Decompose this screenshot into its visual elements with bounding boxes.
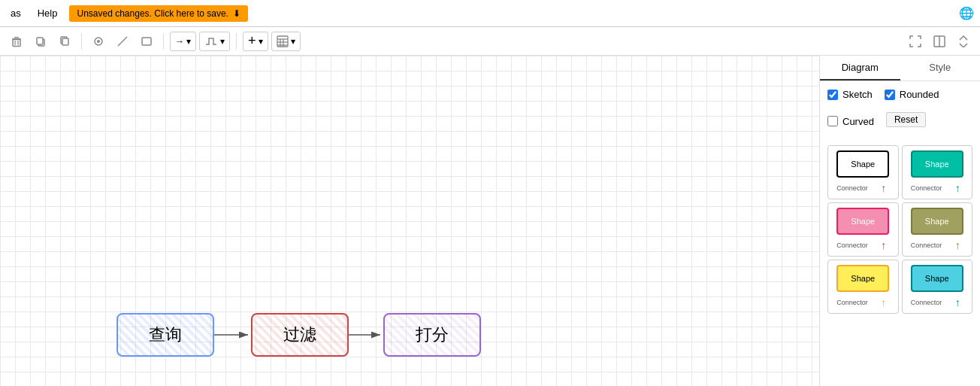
- svg-point-10: [97, 40, 100, 43]
- delete-button[interactable]: [6, 31, 27, 52]
- style-card-yellow[interactable]: Shape Connector ↑: [827, 260, 899, 314]
- connector-arrow-teal: ↑: [955, 182, 960, 194]
- sketch-checkbox-row[interactable]: Sketch: [827, 89, 873, 100]
- add-chevron: ▾: [259, 36, 263, 47]
- connector-label-pink: Connector: [836, 242, 868, 249]
- node-score[interactable]: 打分: [383, 313, 481, 357]
- style-shape-default: Shape: [836, 150, 889, 178]
- sketch-label: Sketch: [842, 89, 873, 100]
- style-shape-olive: Shape: [911, 208, 963, 235]
- separator-2: [163, 33, 164, 50]
- shape-label-teal: Shape: [925, 160, 949, 169]
- unsaved-text: Unsaved changes. Click here to save.: [77, 8, 228, 19]
- svg-rect-6: [37, 38, 43, 44]
- connector-default: Connector ↑: [836, 181, 889, 196]
- style-card-teal[interactable]: Shape Connector ↑: [902, 145, 973, 199]
- connector-arrow-pink: ↑: [881, 239, 886, 251]
- top-bar: as Help Unsaved changes. Click here to s…: [0, 0, 980, 27]
- curved-checkbox[interactable]: [827, 116, 838, 126]
- shape-label-olive: Shape: [925, 217, 949, 226]
- connector-arrow-olive: ↑: [955, 239, 960, 251]
- arrow-dropdown[interactable]: → ▾: [170, 32, 196, 51]
- node-filter[interactable]: 过滤: [251, 313, 349, 357]
- reset-button[interactable]: Reset: [886, 112, 926, 127]
- main-area: 查询 过滤 打分 Diagram Style Sketch R: [0, 56, 980, 386]
- right-panel: Diagram Style Sketch Rounded Curved: [819, 56, 980, 386]
- style-shape-teal: Shape: [911, 150, 963, 178]
- paste-button[interactable]: [54, 31, 75, 52]
- fullscreen-button[interactable]: [905, 31, 926, 52]
- globe-icon[interactable]: 🌐: [959, 6, 974, 21]
- copy-button[interactable]: [30, 31, 51, 52]
- shape-label-cyan: Shape: [925, 274, 949, 283]
- connector-label-olive: Connector: [911, 242, 942, 249]
- add-icon: +: [248, 33, 256, 49]
- arrow-chevron: ▾: [186, 36, 191, 47]
- connector-label-yellow: Connector: [836, 299, 868, 306]
- rect-button[interactable]: [136, 31, 157, 52]
- node-query[interactable]: 查询: [116, 313, 214, 357]
- node-query-label: 查询: [149, 324, 182, 346]
- rounded-label: Rounded: [900, 89, 939, 100]
- collapse-button[interactable]: [953, 31, 974, 52]
- sketch-checkbox[interactable]: [827, 90, 838, 100]
- svg-rect-2: [13, 39, 20, 46]
- canvas[interactable]: 查询 过滤 打分: [0, 56, 819, 386]
- style-cards-grid: Shape Connector ↑ Shape Connector ↑: [827, 145, 972, 314]
- connector-teal: Connector ↑: [911, 181, 963, 196]
- node-score-label: 打分: [416, 324, 449, 346]
- svg-rect-1: [14, 37, 19, 38]
- panel-content: Sketch Rounded Curved Reset: [820, 81, 980, 386]
- node-filter-label: 过滤: [283, 324, 316, 346]
- line-button[interactable]: [112, 31, 133, 52]
- connector-pink: Connector ↑: [836, 238, 889, 253]
- connector-arrow-cyan: ↑: [955, 296, 960, 308]
- waypoint-dropdown[interactable]: ▾: [199, 32, 230, 51]
- separator-3: [236, 33, 237, 50]
- style-card-cyan[interactable]: Shape Connector ↑: [902, 260, 973, 314]
- save-icon: ⬇: [233, 8, 240, 19]
- connector-yellow: Connector ↑: [836, 295, 889, 310]
- table-chevron: ▾: [291, 36, 295, 47]
- svg-rect-12: [142, 38, 151, 45]
- style-card-default[interactable]: Shape Connector ↑: [827, 145, 899, 199]
- rounded-checkbox-row[interactable]: Rounded: [885, 89, 939, 100]
- toolbar-right: [905, 31, 974, 52]
- connector-arrow-default: ↑: [881, 182, 886, 194]
- menu-as[interactable]: as: [6, 6, 26, 20]
- style-shape-pink: Shape: [836, 208, 889, 235]
- panel-tabs: Diagram Style: [820, 56, 980, 81]
- connector-olive: Connector ↑: [911, 238, 963, 253]
- menu-help[interactable]: Help: [33, 6, 62, 20]
- connector-label-teal: Connector: [911, 184, 942, 192]
- waypoint-chevron: ▾: [220, 36, 225, 47]
- format-button[interactable]: [88, 31, 109, 52]
- arrow-icon: →: [175, 36, 184, 47]
- add-dropdown[interactable]: + ▾: [243, 32, 268, 51]
- svg-line-11: [118, 37, 127, 46]
- style-card-pink[interactable]: Shape Connector ↑: [827, 202, 899, 257]
- connector-label-default: Connector: [836, 184, 868, 192]
- svg-rect-8: [62, 38, 68, 45]
- curved-label: Curved: [842, 116, 874, 127]
- style-shape-cyan: Shape: [911, 265, 963, 292]
- rounded-checkbox[interactable]: [885, 90, 895, 100]
- connector-arrow-yellow: ↑: [881, 296, 886, 308]
- shape-label-pink: Shape: [851, 217, 875, 226]
- connector-label-cyan: Connector: [911, 299, 942, 306]
- splitview-button[interactable]: [929, 31, 950, 52]
- tab-diagram[interactable]: Diagram: [820, 56, 900, 81]
- style-card-olive[interactable]: Shape Connector ↑: [902, 202, 973, 257]
- tab-style[interactable]: Style: [900, 56, 981, 81]
- unsaved-banner[interactable]: Unsaved changes. Click here to save. ⬇: [69, 5, 247, 22]
- shape-label-yellow: Shape: [851, 274, 875, 283]
- separator-1: [81, 33, 82, 50]
- shape-label-default: Shape: [851, 160, 875, 169]
- connector-cyan: Connector ↑: [911, 295, 963, 310]
- curved-checkbox-row[interactable]: Curved: [827, 116, 874, 127]
- toolbar: → ▾ ▾ + ▾ ▾: [0, 27, 980, 56]
- style-shape-yellow: Shape: [836, 265, 889, 292]
- table-dropdown[interactable]: ▾: [271, 32, 301, 51]
